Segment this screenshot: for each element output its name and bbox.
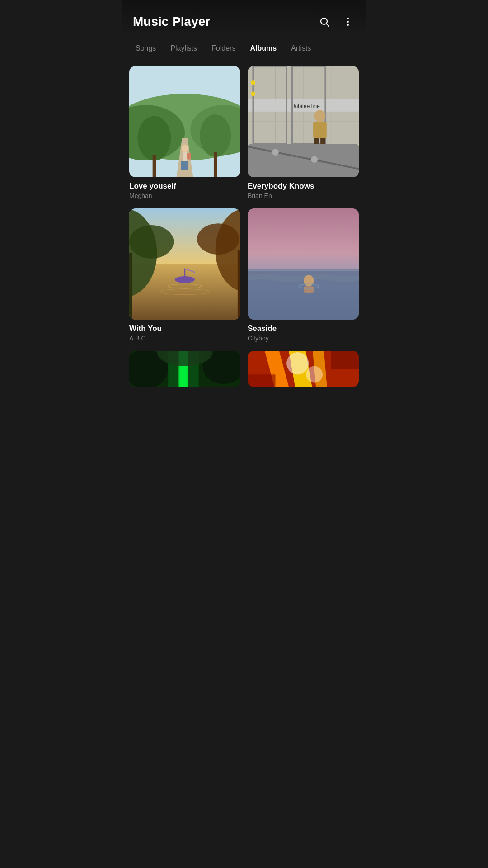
album-art-partial-green	[129, 351, 240, 387]
svg-point-56	[304, 275, 314, 287]
album-card-love-youself[interactable]: Love youself Meghan	[129, 66, 240, 199]
svg-rect-74	[248, 374, 276, 387]
album-title-with-you: With You	[129, 324, 240, 333]
svg-point-30	[314, 110, 326, 122]
app-title: Music Player	[133, 14, 210, 29]
svg-rect-75	[331, 351, 359, 369]
album-art-sea-svg	[248, 208, 359, 320]
svg-rect-16	[181, 161, 184, 170]
svg-point-14	[182, 144, 188, 152]
svg-rect-17	[184, 161, 188, 170]
svg-point-9	[137, 116, 171, 160]
search-icon	[319, 16, 330, 27]
svg-point-3	[347, 21, 349, 23]
svg-point-72	[286, 352, 309, 374]
svg-point-4	[347, 24, 349, 26]
svg-point-40	[251, 92, 255, 96]
svg-rect-12	[214, 152, 217, 177]
tab-albums[interactable]: Albums	[244, 40, 283, 57]
svg-point-49	[175, 276, 195, 283]
svg-rect-18	[187, 153, 191, 160]
more-vertical-icon	[343, 16, 353, 27]
svg-point-11	[200, 114, 231, 156]
svg-rect-10	[153, 155, 156, 177]
album-artist-love-youself: Meghan	[129, 192, 240, 199]
svg-point-39	[251, 80, 255, 85]
album-art-with-you	[129, 208, 240, 320]
svg-rect-46	[238, 250, 240, 320]
album-art-seaside	[248, 208, 359, 320]
tab-songs[interactable]: Songs	[129, 40, 162, 57]
svg-point-38	[311, 156, 318, 163]
search-button[interactable]	[317, 14, 332, 29]
svg-point-47	[129, 225, 174, 259]
more-options-button[interactable]	[341, 14, 355, 29]
album-card-partial-colorful[interactable]	[248, 351, 359, 392]
svg-point-2	[347, 18, 349, 19]
tab-playlists[interactable]: Playlists	[164, 40, 203, 57]
svg-point-37	[272, 149, 279, 156]
svg-text:Jubilee line: Jubilee line	[292, 103, 320, 109]
svg-rect-35	[248, 144, 359, 177]
album-card-with-you[interactable]: With You A.B.C	[129, 208, 240, 342]
album-art-everybody-knows: Jubilee line	[248, 66, 359, 177]
album-art-lake-svg	[129, 208, 240, 320]
svg-line-1	[327, 24, 329, 27]
svg-rect-32	[313, 122, 327, 138]
album-art-love-youself	[129, 66, 240, 177]
svg-point-73	[306, 366, 323, 383]
album-artist-everybody-knows: Brian En	[248, 192, 359, 199]
album-card-seaside[interactable]: Seaside Cityboy	[248, 208, 359, 342]
album-title-everybody-knows: Everybody Knows	[248, 182, 359, 191]
svg-rect-57	[304, 286, 314, 293]
album-art-nature-svg	[129, 66, 240, 177]
svg-point-48	[197, 223, 239, 255]
albums-grid: Love youself Meghan Jubilee line	[122, 57, 366, 401]
album-art-partial-colorful	[248, 351, 359, 387]
app-header: Music Player	[122, 0, 366, 36]
tab-folders[interactable]: Folders	[205, 40, 242, 57]
album-title-seaside: Seaside	[248, 324, 359, 333]
album-art-colorful-svg	[248, 351, 359, 387]
album-art-green-svg	[129, 351, 240, 387]
tab-artists[interactable]: Artists	[285, 40, 317, 57]
header-actions	[317, 14, 355, 29]
album-artist-seaside: Cityboy	[248, 335, 359, 342]
album-card-everybody-knows[interactable]: Jubilee line Everybody Knows	[248, 66, 359, 199]
svg-rect-44	[129, 253, 132, 320]
album-title-love-youself: Love youself	[129, 182, 240, 191]
svg-rect-15	[183, 152, 187, 161]
album-card-partial-green[interactable]	[129, 351, 240, 392]
album-art-subway-svg: Jubilee line	[248, 66, 359, 177]
nav-tabs: Songs Playlists Folders Albums Artists	[122, 36, 366, 57]
album-artist-with-you: A.B.C	[129, 335, 240, 342]
